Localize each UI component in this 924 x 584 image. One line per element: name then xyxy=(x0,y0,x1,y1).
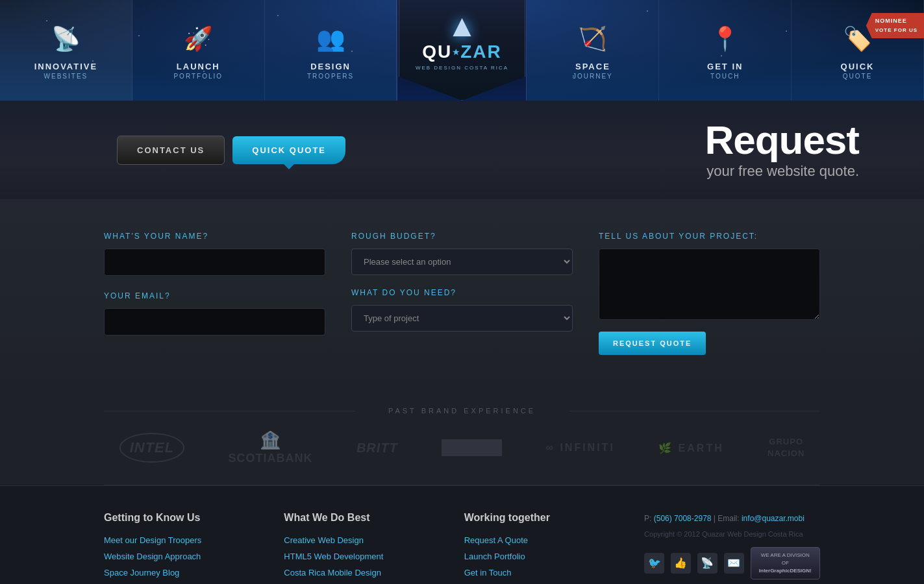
budget-select[interactable]: Please select an option Under $500 $500 … xyxy=(351,249,573,275)
logo-star-icon: ★ xyxy=(452,47,460,57)
brand-infiniti: ∞ INFINITI xyxy=(546,442,615,454)
hero-buttons: CONTACT US QUICK QUOTE xyxy=(117,136,345,165)
need-label: WHAT DO YOU NEED? xyxy=(351,288,573,297)
brand-earth: 🌿 EARTH xyxy=(658,442,724,454)
nav-innovative[interactable]: 📡 INNOVATIVE WEBSITES xyxy=(0,0,132,101)
name-label: WHAT'S YOUR NAME? xyxy=(104,232,325,241)
footer-contact-info: P: (506) 7008-2978 | Email: info@quazar.… xyxy=(644,512,820,526)
nav-getin-main: GET IN xyxy=(707,62,743,71)
request-quote-button[interactable]: REQUEST QUOTE xyxy=(599,332,706,355)
footer-copyright: Copyright © 2012 Quazar Web Design Costa… xyxy=(644,530,820,538)
logo-arrow-icon: ▲ xyxy=(447,10,478,42)
footer-link-approach[interactable]: Website Design Approach xyxy=(104,552,258,561)
nav-design-sub: TROOPERS xyxy=(307,73,354,80)
nav-innovative-sub: WEBSITES xyxy=(44,73,88,80)
need-select[interactable]: Type of project Website Design Mobile Ap… xyxy=(351,305,573,332)
footer-link-blog[interactable]: Space Journey Blog xyxy=(104,568,258,578)
form-col-1: WHAT'S YOUR NAME? YOUR EMAIL? xyxy=(104,232,325,355)
quick-quote-button[interactable]: QUICK QUOTE xyxy=(232,136,345,164)
name-input[interactable] xyxy=(104,249,325,276)
footer-link-html5[interactable]: HTML5 Web Development xyxy=(284,552,438,561)
brands-logos: intel 🏦 Scotiabank Britt ▬▬ BCR ∞ INFINI… xyxy=(104,430,820,465)
footer-working-title: Working together xyxy=(464,512,618,524)
nav-launch-main: LAUNCH xyxy=(177,62,220,71)
nav-launch[interactable]: 🚀 LAUNCH PORTFOLIO xyxy=(132,0,265,101)
brands-title: PAST BRAND EXPERIENCE xyxy=(104,407,820,415)
header: 📡 INNOVATIVE WEBSITES 🚀 LAUNCH PORTFOLIO… xyxy=(0,0,924,101)
nav-launch-sub: PORTFOLIO xyxy=(173,73,223,80)
nominee-badge[interactable]: NOMINEEVOTE for us xyxy=(866,13,924,38)
logo-badge: ▲ QU ★ ZAR WEB DESIGN COSTA RICA xyxy=(399,0,525,101)
award-text: WE ARE A DIVISION OFInterGraphicDESIGN! xyxy=(758,552,813,575)
brand-grupo-nacion: GRUPONACION xyxy=(768,436,805,459)
contact-us-button[interactable]: CONTACT US xyxy=(117,136,225,165)
footer-know-us-title: Getting to Know Us xyxy=(104,512,258,524)
nav-innovative-main: INNOVATIVE xyxy=(34,62,98,71)
satellite-icon: 📡 xyxy=(48,21,83,56)
nav-quick-main: QUICK xyxy=(841,62,875,71)
form-col-3: TELL US ABOUT YOUR PROJECT: REQUEST QUOT… xyxy=(599,232,820,355)
nav-getin-sub: TOUCH xyxy=(710,73,740,80)
rocket-icon: 🚀 xyxy=(181,21,216,56)
nav-quick-sub: QUOTE xyxy=(843,73,873,80)
group-icon: 👥 xyxy=(313,21,348,56)
brands-section: PAST BRAND EXPERIENCE intel 🏦 Scotiabank… xyxy=(0,387,924,485)
nav-space[interactable]: 🏹 SPACE JOURNEY xyxy=(527,0,659,101)
award-badge: WE ARE A DIVISION OFInterGraphicDESIGN! xyxy=(751,547,820,579)
hero-section: CONTACT US QUICK QUOTE Request your free… xyxy=(0,101,924,199)
logo-text-az: ZAR xyxy=(460,42,502,62)
nav-design[interactable]: 👥 DESIGN TROOPERS xyxy=(265,0,397,101)
footer: Getting to Know Us Meet our Design Troop… xyxy=(0,485,924,584)
nav-design-main: DESIGN xyxy=(310,62,351,71)
rss-icon[interactable]: 📡 xyxy=(697,553,718,574)
twitter-icon[interactable]: 🐦 xyxy=(644,553,664,574)
form-col-2: ROUGH BUDGET? Please select an option Un… xyxy=(351,232,573,355)
footer-email[interactable]: info@quazar.mobi xyxy=(742,514,805,523)
footer-what-we-do-title: What We Do Best xyxy=(284,512,438,524)
form-section: WHAT'S YOUR NAME? YOUR EMAIL? ROUGH BUDG… xyxy=(0,199,924,387)
hero-request: Request your free website quote. xyxy=(705,120,859,180)
brand-intel: intel xyxy=(119,433,185,463)
brand-scotiabank: 🏦 Scotiabank xyxy=(229,430,313,465)
thumbs-up-icon[interactable]: 👍 xyxy=(671,553,691,574)
email-label: YOUR EMAIL? xyxy=(104,291,325,300)
brand-bcr: ▬▬ BCR xyxy=(442,439,502,456)
footer-link-creative-web[interactable]: Creative Web Design xyxy=(284,535,438,545)
touch-icon: 📍 xyxy=(708,21,743,56)
footer-col-what-we-do: What We Do Best Creative Web Design HTML… xyxy=(284,512,438,584)
footer-phone[interactable]: (506) 7008-2978 xyxy=(654,514,712,523)
request-title: Request xyxy=(705,120,859,160)
journey-icon: 🏹 xyxy=(575,21,610,56)
footer-col-working: Working together Request A Quote Launch … xyxy=(464,512,618,584)
brand-britt: Britt xyxy=(356,441,398,456)
footer-col-contact: P: (506) 7008-2978 | Email: info@quazar.… xyxy=(644,512,820,584)
social-icons: 🐦 👍 📡 ✉️ WE ARE A DIVISION OFInterGraphi… xyxy=(644,547,820,579)
footer-link-request-quote[interactable]: Request A Quote xyxy=(464,535,618,545)
project-textarea[interactable] xyxy=(599,249,820,320)
project-label: TELL US ABOUT YOUR PROJECT: xyxy=(599,232,820,241)
email-icon[interactable]: ✉️ xyxy=(724,553,744,574)
footer-link-troopers[interactable]: Meet our Design Troopers xyxy=(104,535,258,545)
request-subtitle: your free website quote. xyxy=(705,163,859,180)
nav-space-main: SPACE xyxy=(575,62,610,71)
email-input[interactable] xyxy=(104,308,325,335)
nav-space-sub: JOURNEY xyxy=(573,73,613,80)
nav-getin[interactable]: 📍 GET IN TOUCH xyxy=(659,0,792,101)
footer-email-label: | Email: xyxy=(714,514,742,523)
footer-phone-label: P: xyxy=(644,514,654,523)
nominee-text: NOMINEEVOTE for us xyxy=(875,17,918,34)
logo-text-qu: QU xyxy=(422,42,452,62)
footer-link-get-in-touch[interactable]: Get in Touch xyxy=(464,568,618,578)
footer-link-mobile[interactable]: Costa Rica Mobile Design xyxy=(284,568,438,578)
footer-col-know-us: Getting to Know Us Meet our Design Troop… xyxy=(104,512,258,584)
budget-label: ROUGH BUDGET? xyxy=(351,232,573,241)
footer-link-portfolio[interactable]: Launch Portfolio xyxy=(464,552,618,561)
logo-sub: WEB DESIGN COSTA RICA xyxy=(416,65,508,71)
logo[interactable]: ▲ QU ★ ZAR WEB DESIGN COSTA RICA xyxy=(397,0,527,101)
